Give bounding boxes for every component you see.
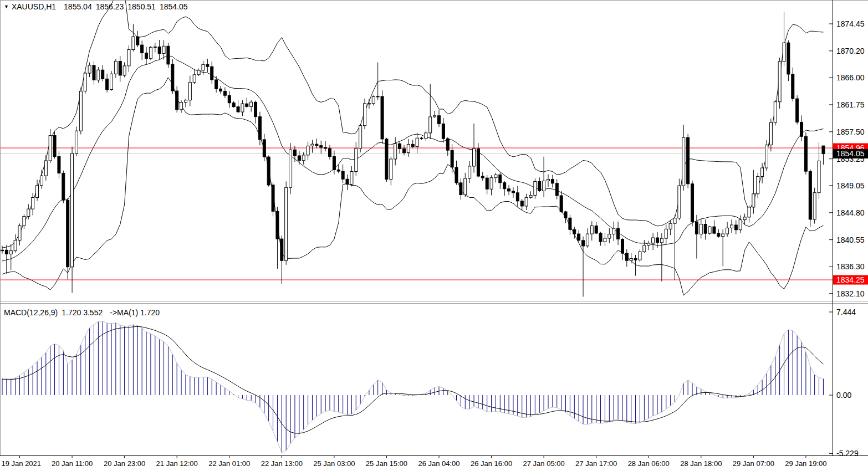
candle-body <box>27 209 30 216</box>
candle-body <box>682 137 685 186</box>
candle-body <box>272 185 274 211</box>
candle-body <box>717 233 720 236</box>
price-axis-label: 1840.55 <box>836 235 865 244</box>
candle-body <box>792 74 794 99</box>
candle-body <box>722 234 724 236</box>
candle-body <box>477 149 479 176</box>
candle-body <box>75 131 78 153</box>
candle-body <box>123 66 126 75</box>
candle-body <box>162 46 165 53</box>
candle-body <box>743 217 746 220</box>
candle-body <box>534 182 537 196</box>
candle-body <box>254 102 257 116</box>
candle-body <box>119 61 121 75</box>
candle-body <box>787 43 790 74</box>
candle-body <box>223 91 226 96</box>
macd-axis-label: 7.444 <box>836 308 856 316</box>
candle-body <box>699 224 702 234</box>
candle-body <box>32 197 34 209</box>
candle-body <box>425 133 427 139</box>
macd-axis-label: -5.229 <box>836 449 859 458</box>
support-price-badge[interactable]: 1834.25 <box>833 275 868 285</box>
candle-body <box>237 107 239 112</box>
candle-body <box>5 250 8 254</box>
price-axis-label: 1874.45 <box>836 19 865 28</box>
candle-body <box>420 138 423 139</box>
candle-body <box>590 226 593 234</box>
candle-body <box>639 252 641 260</box>
candle-body <box>783 43 785 62</box>
candle-body <box>18 226 21 240</box>
candle-body <box>608 234 611 238</box>
current-price-badge[interactable]: 1854.05 <box>833 149 868 158</box>
chart-canvas[interactable]: 1874.451870.201866.001861.751857.501853.… <box>0 0 868 471</box>
candle-body <box>381 96 384 139</box>
candle-body <box>818 161 820 192</box>
candle-body <box>211 66 213 80</box>
chart-window: 1874.451870.201866.001861.751857.501853.… <box>0 0 868 471</box>
price-axis-label: 1866.00 <box>836 73 865 82</box>
current-price-badge-text: 1854.05 <box>836 149 865 158</box>
candle-body <box>573 229 576 234</box>
candle-body <box>822 146 825 153</box>
candle-body <box>407 144 410 152</box>
candle-body <box>673 218 676 224</box>
candle-body <box>757 176 759 193</box>
ohlc-low-value: 1850.51 <box>127 2 156 11</box>
candle-body <box>171 64 174 91</box>
candle-body <box>241 104 244 112</box>
candle-body <box>402 149 405 153</box>
candle-body <box>101 70 104 79</box>
candle-body <box>376 96 379 97</box>
macd-indicator-label: MACD(12,26,9)1.720 3.552->MA(1) 1.720 <box>4 308 164 317</box>
candle-body <box>520 201 523 206</box>
candle-body <box>324 147 327 149</box>
candle-body <box>512 191 514 193</box>
candle-body <box>813 193 816 219</box>
candle-body <box>258 117 261 140</box>
price-axis-label: 1849.05 <box>836 181 865 190</box>
candle-body <box>364 104 366 126</box>
candle-body <box>110 74 113 89</box>
price-axis-label: 1832.10 <box>836 289 865 298</box>
chart-header: ▼XAUUSD,H11855.041856.231850.511854.05 <box>4 2 192 11</box>
candle-body <box>158 47 161 54</box>
candle-body <box>543 181 545 191</box>
candle-body <box>62 173 65 201</box>
candle-body <box>206 64 209 66</box>
candle-body <box>730 225 733 228</box>
candle-body <box>298 156 300 161</box>
ohlc-close-value: 1854.05 <box>160 2 188 11</box>
macd-values: 1.720 3.552 <box>62 308 103 317</box>
candle-body <box>555 183 558 196</box>
price-axis-label: 1857.50 <box>836 127 865 136</box>
candle-body <box>612 228 615 234</box>
candle-body <box>656 238 659 243</box>
candle-body <box>289 150 292 187</box>
candle-body <box>665 229 667 238</box>
time-axis-label: 26 Jan 04:00 <box>418 459 459 468</box>
candle-body <box>464 178 467 195</box>
support-price-badge-text: 1834.25 <box>836 275 865 284</box>
price-axis-label: 1844.80 <box>836 208 865 217</box>
macd-name: MACD(12,26,9) <box>4 308 58 317</box>
candle-body <box>145 53 148 59</box>
candle-body <box>411 144 414 146</box>
candle-body <box>149 47 152 58</box>
candle-body <box>53 136 56 157</box>
ohlc-high-value: 1856.23 <box>96 2 124 11</box>
candle-body <box>678 186 681 218</box>
price-axis-label: 1836.30 <box>836 262 865 271</box>
candle-body <box>704 224 707 234</box>
candle-body <box>184 100 187 103</box>
symbol-dropdown-icon[interactable]: ▼ <box>4 4 9 9</box>
time-axis-label: 19 Jan 2021 <box>2 459 42 468</box>
time-axis-label: 20 Jan 11:00 <box>52 459 93 468</box>
candle-body <box>44 161 47 176</box>
candle-body <box>154 47 156 48</box>
candle-body <box>329 149 331 156</box>
candle-body <box>180 103 183 110</box>
candle-body <box>302 155 305 161</box>
candle-body <box>625 253 628 260</box>
candle-body <box>809 171 811 219</box>
